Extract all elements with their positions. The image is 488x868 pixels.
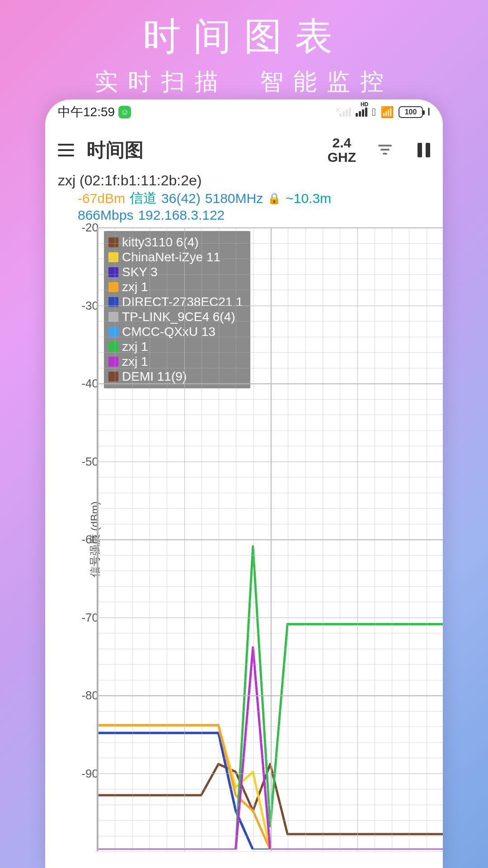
legend-item[interactable]: zxj 1 <box>108 354 243 369</box>
wifi-icon: 􀙇 <box>372 106 376 118</box>
status-time: 中午12:59 <box>58 104 115 121</box>
charging-icon: 𐌉 <box>427 106 430 118</box>
y-tick: -30 <box>73 298 99 312</box>
ap-distance: ~10.3m <box>286 191 331 206</box>
legend-swatch <box>108 237 118 247</box>
hero-text: 时间图表 实时扫描 智能监控 <box>0 0 488 98</box>
signal-1-icon: ✕ <box>339 108 351 117</box>
status-app-icon: ☺ <box>118 106 131 118</box>
legend-swatch <box>108 267 118 277</box>
legend-item[interactable]: ChinaNet-iZye 11 <box>108 250 243 264</box>
y-tick: -50 <box>73 454 99 468</box>
chart[interactable]: 信号强度 (dBm) -20-30-40-50-60-70-80-90 kitt… <box>58 227 443 851</box>
y-tick: -40 <box>73 377 99 391</box>
legend-label: TP-LINK_9CE4 6(4) <box>122 309 235 324</box>
y-tick: -60 <box>73 533 99 547</box>
status-bar: 中午12:59 ☺ ✕ HD 􀙇 📶 100 𐌉 <box>45 99 443 125</box>
legend[interactable]: kitty3110 6(4)ChinaNet-iZye 11SKY 3zxj 1… <box>104 231 250 388</box>
hero-subtitle: 实时扫描 智能监控 <box>0 66 488 98</box>
legend-swatch <box>108 357 118 367</box>
ap-info[interactable]: zxj (02:1f:b1:11:2b:2e) -67dBm 信道 36(42)… <box>45 168 443 225</box>
legend-swatch <box>108 312 118 322</box>
app-bar: 时间图 2.4 GHZ <box>45 125 443 168</box>
legend-swatch <box>108 327 118 337</box>
y-tick: -80 <box>73 689 99 703</box>
lock-icon: 🔒 <box>267 192 281 205</box>
legend-label: DEMI 11(9) <box>122 369 187 384</box>
filter-icon[interactable] <box>378 145 392 156</box>
battery-icon: 100 <box>399 106 423 118</box>
legend-swatch <box>108 252 118 262</box>
ap-ip: 192.168.3.122 <box>138 208 225 223</box>
legend-label: ChinaNet-iZye 11 <box>122 250 221 264</box>
legend-item[interactable]: SKY 3 <box>108 264 243 279</box>
phone-frame: 中午12:59 ☺ ✕ HD 􀙇 📶 100 𐌉 时间图 2.4 <box>45 99 443 868</box>
legend-label: zxj 1 <box>122 279 148 294</box>
legend-swatch <box>108 372 118 382</box>
page-title: 时间图 <box>87 137 315 163</box>
y-tick: -90 <box>73 766 99 780</box>
ap-channel-label: 信道 <box>130 189 157 208</box>
legend-item[interactable]: DEMI 11(9) <box>108 369 243 384</box>
ap-ssid-mac: zxj (02:1f:b1:11:2b:2e) <box>58 172 430 189</box>
legend-swatch <box>108 282 118 292</box>
legend-item[interactable]: zxj 1 <box>108 279 243 294</box>
hero-title: 时间图表 <box>0 11 488 62</box>
ap-freq: 5180MHz <box>205 191 263 206</box>
y-tick: -70 <box>73 610 99 624</box>
signal-2-icon: HD <box>356 108 367 117</box>
legend-label: zxj 1 <box>122 354 148 369</box>
legend-swatch <box>108 342 118 352</box>
legend-label: DIRECT-2738EC21 1 <box>122 294 243 309</box>
legend-label: kitty3110 6(4) <box>122 235 199 250</box>
band-selector[interactable]: 2.4 GHZ <box>328 136 356 164</box>
ap-channel: 36(42) <box>161 191 201 206</box>
legend-label: SKY 3 <box>122 264 158 279</box>
y-tick: -20 <box>73 221 99 235</box>
ap-dbm: -67dBm <box>78 191 125 206</box>
plot-area[interactable]: kitty3110 6(4)ChinaNet-iZye 11SKY 3zxj 1… <box>97 227 443 851</box>
menu-icon[interactable] <box>58 144 74 156</box>
legend-item[interactable]: DIRECT-2738EC21 1 <box>108 294 243 309</box>
pause-icon[interactable] <box>418 143 430 157</box>
legend-item[interactable]: kitty3110 6(4) <box>108 235 243 250</box>
legend-item[interactable]: TP-LINK_9CE4 6(4) <box>108 309 243 324</box>
